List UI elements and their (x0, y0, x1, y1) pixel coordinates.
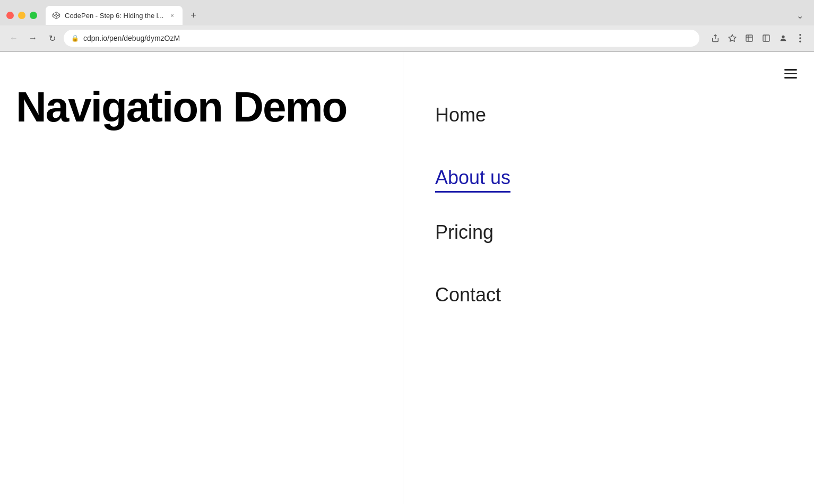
minimize-traffic-light[interactable] (18, 12, 25, 19)
title-bar: CodePen - Step 6: Hiding the l... × + ⌄ (0, 0, 814, 25)
codepen-icon (52, 11, 60, 20)
active-tab[interactable]: CodePen - Step 6: Hiding the l... × (46, 6, 183, 25)
more-menu-button[interactable] (793, 31, 808, 46)
svg-rect-4 (763, 35, 769, 41)
nav-item-pricing[interactable]: Pricing (435, 210, 814, 255)
hamburger-button[interactable] (782, 67, 799, 81)
nav-item-wrapper-pricing: Pricing (435, 201, 814, 264)
nav-item-contact[interactable]: Contact (435, 272, 814, 318)
page-left-panel: Navigation Demo (0, 52, 403, 504)
refresh-button[interactable]: ↻ (45, 31, 59, 46)
traffic-lights (6, 12, 37, 19)
browser-separator (0, 51, 814, 51)
browser-chrome: CodePen - Step 6: Hiding the l... × + ⌄ … (0, 0, 814, 52)
nav-item-wrapper-contact: Contact (435, 264, 814, 326)
bookmark-button[interactable] (725, 31, 740, 46)
toolbar-icons (708, 31, 808, 46)
close-traffic-light[interactable] (6, 12, 14, 19)
tab-bar: CodePen - Step 6: Hiding the l... × + ⌄ (46, 6, 808, 25)
share-button[interactable] (708, 31, 723, 46)
back-button[interactable]: ← (6, 31, 21, 46)
tab-close-button[interactable]: × (168, 11, 176, 20)
svg-point-9 (799, 40, 801, 42)
page-right-panel: Home About us Pricing Contact (403, 52, 814, 504)
svg-point-8 (799, 37, 801, 39)
nav-item-wrapper-about: About us (435, 146, 814, 201)
svg-point-6 (782, 36, 784, 38)
tab-title: CodePen - Step 6: Hiding the l... (65, 12, 163, 20)
lock-icon: 🔒 (71, 34, 79, 42)
new-tab-button[interactable]: + (186, 8, 201, 23)
nav-item-about[interactable]: About us (435, 155, 510, 193)
svg-point-7 (799, 34, 801, 36)
forward-button[interactable]: → (25, 31, 40, 46)
address-bar: ← → ↻ 🔒 cdpn.io/pen/debug/dymzOzM (0, 25, 814, 51)
tab-expand-button[interactable]: ⌄ (792, 8, 808, 23)
nav-item-home[interactable]: Home (435, 92, 814, 138)
hamburger-line-2 (784, 73, 797, 75)
address-text: cdpn.io/pen/debug/dymzOzM (83, 34, 692, 42)
nav-item-wrapper-home: Home (435, 84, 814, 146)
page-title: Navigation Demo (16, 84, 347, 131)
navigation-menu: Home About us Pricing Contact (435, 84, 814, 326)
address-input[interactable]: 🔒 cdpn.io/pen/debug/dymzOzM (64, 30, 699, 47)
hamburger-line-3 (784, 77, 797, 79)
page-content: Navigation Demo Home About us Pricing Co… (0, 52, 814, 504)
extensions-button[interactable] (742, 31, 757, 46)
sidebar-toggle-button[interactable] (759, 31, 774, 46)
profile-button[interactable] (776, 31, 791, 46)
hamburger-line-1 (784, 69, 797, 71)
maximize-traffic-light[interactable] (30, 12, 37, 19)
svg-marker-3 (729, 34, 735, 41)
